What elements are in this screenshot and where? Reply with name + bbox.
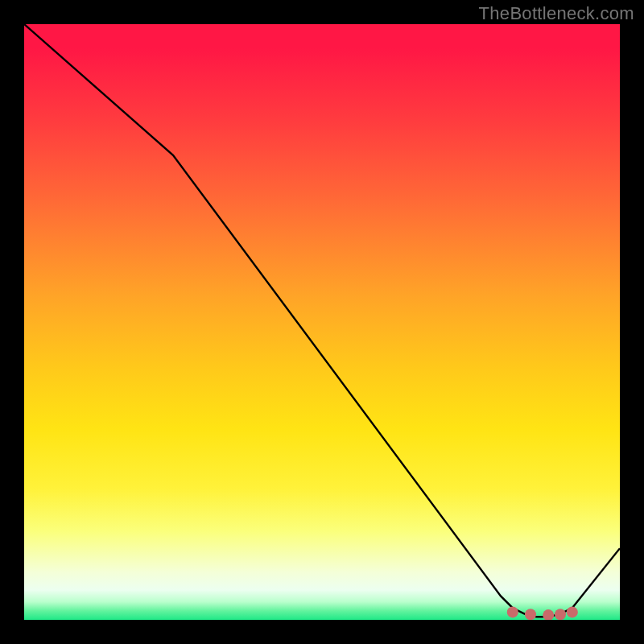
chart-frame: TheBottleneck.com (0, 0, 644, 644)
optimal-marker (543, 609, 554, 620)
optimal-marker (567, 606, 578, 617)
optimal-zone-markers (507, 606, 578, 620)
curve-layer (24, 24, 620, 620)
optimal-marker (525, 609, 536, 620)
bottleneck-curve (24, 24, 620, 617)
optimal-marker (555, 609, 566, 620)
watermark-label: TheBottleneck.com (479, 3, 634, 24)
optimal-marker (507, 606, 518, 617)
